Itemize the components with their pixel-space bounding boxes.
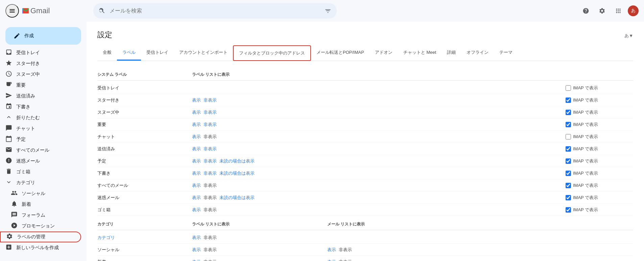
imap-cell-snoozed: IMAP で表示 [566, 109, 633, 115]
show-link-updates[interactable]: 表示 [192, 259, 201, 261]
show-link-important[interactable]: 表示 [192, 122, 201, 128]
topbar-left: Gmail [5, 4, 87, 18]
show-link-meet[interactable]: 表示 [192, 158, 201, 164]
sidebar-item-updates[interactable]: 新着 [0, 199, 81, 210]
tab-chat[interactable]: チャットと Meet [398, 45, 442, 61]
settings-button[interactable] [595, 4, 609, 18]
imap-checkbox-all[interactable] [566, 183, 571, 188]
chat-icon [5, 125, 12, 133]
mail-show-link-social[interactable]: 表示 [327, 247, 336, 253]
tab-addons[interactable]: アドオン [369, 45, 398, 61]
sidebar-item-new-label[interactable]: 新しいラベルを作成 [0, 242, 81, 253]
show-link-sent[interactable]: 表示 [192, 146, 201, 152]
imap-checkbox-sent[interactable] [566, 146, 571, 152]
imap-checkbox-trash[interactable] [566, 207, 571, 213]
system-labels-section: システム ラベル ラベル リストに表示 受信トレイ IMAP で表示 スター付き [97, 69, 633, 216]
imap-checkbox-starred[interactable] [566, 97, 571, 103]
label-name-meet: 予定 [97, 158, 192, 164]
avatar[interactable]: あ [628, 5, 639, 16]
show-link-social[interactable]: 表示 [192, 247, 201, 253]
imap-label-important: IMAP で表示 [573, 122, 598, 128]
sidebar-item-promo[interactable]: プロモーション [0, 221, 81, 232]
show-link-spam[interactable]: 表示 [192, 195, 201, 201]
mail-show-link-updates[interactable]: 表示 [327, 259, 336, 261]
hide-link-drafts[interactable]: 非表示 [204, 170, 217, 176]
apps-button[interactable] [612, 4, 625, 18]
sidebar-item-drafts[interactable]: 下書き [0, 102, 81, 112]
show-link-drafts[interactable]: 表示 [192, 170, 201, 176]
imap-checkbox-important[interactable] [566, 122, 571, 127]
imap-checkbox-spam[interactable] [566, 195, 571, 200]
filter-icon[interactable] [325, 7, 331, 14]
sidebar-item-forums[interactable]: フォーラム [0, 210, 81, 221]
show-unread-link-meet[interactable]: 未読の場合は表示 [219, 158, 255, 164]
table-row: 迷惑メール 表示 非表示 未読の場合は表示 IMAP で表示 [97, 192, 633, 204]
tab-advanced[interactable]: 詳細 [442, 45, 461, 61]
imap-checkbox-meet[interactable] [566, 158, 571, 164]
imap-checkbox-drafts[interactable] [566, 171, 571, 176]
sidebar-item-meet[interactable]: 予定 [0, 134, 81, 145]
search-icon [99, 7, 105, 14]
tab-theme[interactable]: テーマ [494, 45, 518, 61]
sidebar-item-sent[interactable]: 送信済み [0, 91, 81, 102]
hide-static-chat: 非表示 [204, 134, 217, 140]
hamburger-button[interactable] [5, 4, 19, 18]
sidebar-label-social: ソーシャル [22, 191, 45, 197]
imap-checkbox-snoozed[interactable] [566, 110, 571, 115]
imap-label-inbox: IMAP で表示 [573, 85, 598, 91]
sidebar-item-all[interactable]: すべてのメール [0, 145, 81, 156]
sidebar-item-chat[interactable]: チャット [0, 123, 81, 134]
sidebar-item-spam[interactable]: 迷惑メール [0, 156, 81, 167]
compose-button[interactable]: 作成 [5, 27, 81, 45]
hide-link-snoozed[interactable]: 非表示 [204, 109, 217, 115]
table-row: 重要 表示 非表示 IMAP で表示 [97, 118, 633, 131]
show-link-starred[interactable]: 表示 [192, 97, 201, 103]
imap-checkbox-inbox[interactable] [566, 85, 571, 91]
sidebar-label-chat: チャット [16, 126, 35, 132]
imap-cell-chat: IMAP で表示 [566, 134, 633, 140]
search-bar[interactable] [93, 3, 337, 19]
imap-checkbox-chat[interactable] [566, 134, 571, 139]
sidebar-item-social[interactable]: ソーシャル [0, 188, 81, 199]
table-row: 新着 表示 非表示 表示 非表示 [97, 256, 633, 261]
sidebar-label-starred: スター付き [16, 61, 40, 67]
sidebar-item-important[interactable]: 重要 [0, 80, 81, 91]
tab-all[interactable]: 全般 [97, 45, 117, 61]
show-link-chat[interactable]: 表示 [192, 134, 201, 140]
tab-inbox[interactable]: 受信トレイ [141, 45, 174, 61]
tab-labels[interactable]: ラベル [117, 45, 141, 61]
help-button[interactable] [579, 4, 593, 18]
clock-icon [5, 70, 12, 79]
user-indicator[interactable]: あ▼ [624, 33, 633, 39]
tab-accounts[interactable]: アカウントとインポート [174, 45, 233, 61]
sidebar-label-forums: フォーラム [22, 212, 45, 218]
tab-offline[interactable]: オフライン [461, 45, 494, 61]
show-hide-spam: 表示 非表示 未読の場合は表示 [192, 195, 327, 201]
sidebar-toggle-category[interactable]: カテゴリ [0, 177, 87, 188]
show-link-trash[interactable]: 表示 [192, 207, 201, 213]
show-link-all[interactable]: 表示 [192, 182, 201, 189]
imap-cell-spam: IMAP で表示 [566, 195, 633, 201]
show-unread-link-drafts[interactable]: 未読の場合は表示 [219, 170, 255, 176]
hide-link-starred[interactable]: 非表示 [204, 97, 217, 103]
sidebar-toggle-fold[interactable]: 折りたたむ [0, 112, 87, 123]
tab-forwarding[interactable]: メール転送とPOP/IMAP [311, 45, 369, 61]
sidebar-item-trash[interactable]: ゴミ箱 [0, 167, 81, 177]
hide-static-trash: 非表示 [204, 207, 217, 213]
hide-link-sent[interactable]: 非表示 [204, 146, 217, 152]
sidebar-item-starred[interactable]: スター付き [0, 58, 81, 69]
sidebar-item-snoozed[interactable]: スヌーズ中 [0, 69, 81, 80]
label-name-category[interactable]: カテゴリ [97, 235, 192, 241]
sidebar-item-inbox[interactable]: 受信トレイ [0, 47, 81, 58]
hide-static-spam: 非表示 [204, 195, 217, 201]
show-link-snoozed[interactable]: 表示 [192, 109, 201, 115]
show-link-category[interactable]: 表示 [192, 235, 201, 241]
hide-link-meet[interactable]: 非表示 [204, 158, 217, 164]
show-unread-link-spam[interactable]: 未読の場合は表示 [219, 195, 255, 201]
search-input[interactable] [110, 8, 320, 14]
manage-labels-item[interactable]: ラベルの管理 [0, 232, 81, 242]
imap-cell-starred: IMAP で表示 [566, 97, 633, 103]
category-labels-section: カテゴリ ラベル リストに表示 メール リストに表示 カテゴリ 表示 非表示 ソ… [97, 219, 633, 261]
tab-filters[interactable]: フィルタとブロック中のアドレス [233, 45, 311, 61]
hide-link-important[interactable]: 非表示 [204, 122, 217, 128]
